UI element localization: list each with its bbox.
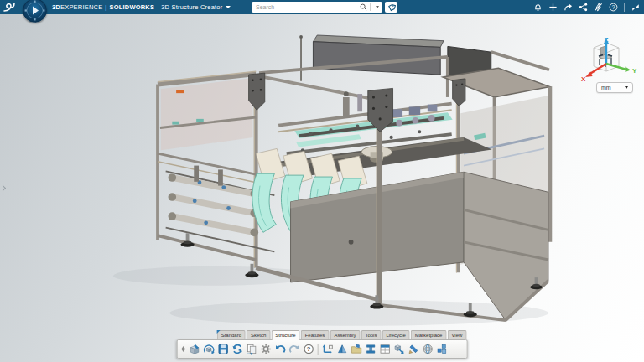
top-bar: 3DEXPERIENCE | SOLIDWORKS 3D Structure C… (0, 0, 644, 14)
pattern-button[interactable] (435, 342, 449, 356)
assistance-button[interactable] (594, 3, 603, 12)
3d-viewport[interactable]: Z X Y mm Standard Sketch Structure Featu… (0, 14, 644, 362)
tab-structure[interactable]: Structure (271, 330, 299, 340)
corner-wedge-icon (335, 343, 348, 355)
part-arrow-icon (392, 343, 405, 355)
publish-button[interactable] (350, 342, 363, 356)
new-design-button[interactable] (188, 342, 201, 356)
action-bar-icons: ? (177, 339, 468, 359)
brand-experience: EXPERIENCE (60, 3, 102, 11)
add-content-button[interactable] (548, 3, 558, 12)
folder-part-icon (350, 343, 362, 355)
brand-text: 3DEXPERIENCE | SOLIDWORKS 3D Structure C… (52, 0, 231, 14)
redo-icon (288, 343, 300, 355)
save-button[interactable] (216, 342, 230, 356)
notifications-button[interactable] (533, 3, 543, 12)
open-icon (202, 343, 215, 355)
app-switcher-chevron-icon[interactable] (226, 6, 231, 8)
brand-solidworks: SOLIDWORKS (110, 3, 155, 11)
units-chevron-icon (625, 86, 628, 89)
table-icon (378, 343, 391, 355)
application-window: 3DEXPERIENCE | SOLIDWORKS 3D Structure C… (0, 0, 644, 362)
tab-features[interactable]: Features (301, 330, 330, 339)
toolbar-help-button[interactable]: ? (302, 342, 315, 356)
tab-tools[interactable]: Tools (361, 330, 381, 339)
left-panel-expander[interactable] (0, 178, 8, 197)
units-value: mm (601, 85, 611, 90)
multi-part-icon (435, 343, 448, 355)
cut-list-button[interactable] (378, 342, 392, 356)
trim-button[interactable] (407, 342, 420, 356)
undo-button[interactable] (273, 342, 287, 356)
machine-3d-model[interactable] (0, 14, 644, 362)
tab-sketch[interactable]: Sketch (247, 330, 270, 339)
sync-arrows-icon (231, 343, 243, 355)
tab-lifecycle[interactable]: Lifecycle (382, 330, 409, 339)
app-title[interactable]: 3D Structure Creator (161, 3, 222, 11)
tags-button[interactable] (385, 2, 397, 13)
units-dropdown[interactable]: mm (596, 82, 633, 93)
x-axis-label: X (581, 75, 586, 83)
i-beam-icon (364, 343, 377, 355)
toolbar-divider (318, 344, 319, 355)
x-axis[interactable] (589, 64, 606, 75)
plus-icon (548, 3, 558, 12)
insert-member-button[interactable] (321, 342, 335, 356)
dassault-systemes-logo (3, 2, 19, 13)
search-icon[interactable] (360, 3, 367, 11)
action-bar-dock: Standard Sketch Structure Features Assem… (177, 330, 468, 359)
share-arrow-icon (564, 3, 573, 12)
z-axis-label: Z (605, 36, 609, 44)
update-button[interactable] (231, 342, 244, 356)
top-bar-actions: ? (533, 0, 640, 14)
collapse-arrows-icon (631, 3, 640, 12)
pen-icon (407, 343, 419, 355)
compass-icon[interactable] (23, 0, 47, 23)
help-glyph: ? (306, 345, 310, 353)
share-nodes-icon (579, 3, 588, 12)
brand-separator: | (105, 3, 106, 11)
collapse-bar-button[interactable] (631, 3, 640, 12)
corner-management-button[interactable] (335, 342, 349, 356)
open-button[interactable] (202, 342, 216, 356)
share-button[interactable] (564, 3, 573, 12)
toolbar-expander[interactable] (180, 343, 187, 356)
documents-icon (245, 343, 257, 355)
bolt-slash-icon (594, 3, 603, 12)
community-button[interactable] (579, 3, 588, 12)
play-icon (33, 7, 39, 15)
top-bar-divider (624, 3, 625, 12)
save-icon (216, 343, 229, 355)
import-export-button[interactable] (245, 342, 258, 356)
gear-icon (259, 343, 272, 355)
tab-view[interactable]: View (447, 330, 466, 339)
redo-button[interactable] (288, 342, 301, 356)
help-glyph: ? (612, 4, 615, 10)
help-button[interactable]: ? (609, 3, 618, 12)
search-divider (370, 3, 371, 11)
sphere-icon (421, 343, 434, 355)
options-button[interactable] (259, 342, 273, 356)
tab-marketplace[interactable]: Marketplace (411, 330, 447, 339)
tab-standard[interactable]: Standard (217, 330, 246, 339)
insert-member-icon (321, 343, 334, 355)
y-axis-label: Y (632, 67, 637, 75)
action-bar-tabs: Standard Sketch Structure Features Assem… (217, 330, 468, 339)
undo-icon (273, 343, 286, 355)
tab-flag-icon (217, 330, 221, 334)
search-box (252, 2, 382, 13)
new-design-icon (188, 343, 200, 355)
tab-assembly[interactable]: Assembly (330, 330, 360, 339)
export-part-button[interactable] (392, 342, 406, 356)
structural-profile-button[interactable] (364, 342, 377, 356)
tag-icon (387, 3, 396, 12)
chevron-right-icon (0, 184, 6, 190)
y-axis[interactable] (606, 64, 626, 70)
bell-icon (533, 3, 543, 12)
sphere-primitive-button[interactable] (421, 342, 434, 356)
search-options-chevron-icon[interactable] (376, 6, 379, 8)
search-input[interactable] (252, 4, 360, 10)
brand-3d: 3D (52, 3, 60, 11)
